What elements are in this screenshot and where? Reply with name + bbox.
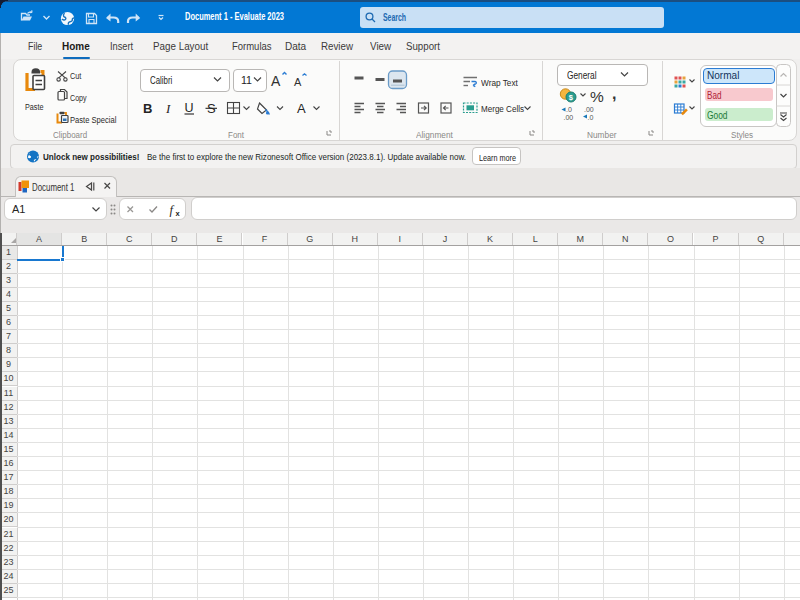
svg-text:.0: .0 — [566, 106, 572, 113]
svg-text:A: A — [297, 101, 306, 116]
svg-text:.00: .00 — [564, 114, 574, 121]
svg-text:U: U — [185, 101, 194, 115]
svg-text:B: B — [143, 101, 152, 116]
svg-text:I: I — [165, 101, 171, 116]
svg-text:f: f — [170, 203, 175, 217]
svg-text:A: A — [271, 73, 281, 89]
svg-text:,: , — [612, 85, 616, 102]
svg-text:%: % — [590, 88, 604, 105]
svg-text:x: x — [176, 209, 181, 218]
svg-text:.0: .0 — [588, 114, 594, 121]
svg-text:A: A — [294, 76, 302, 88]
svg-text:.00: .00 — [584, 106, 594, 113]
